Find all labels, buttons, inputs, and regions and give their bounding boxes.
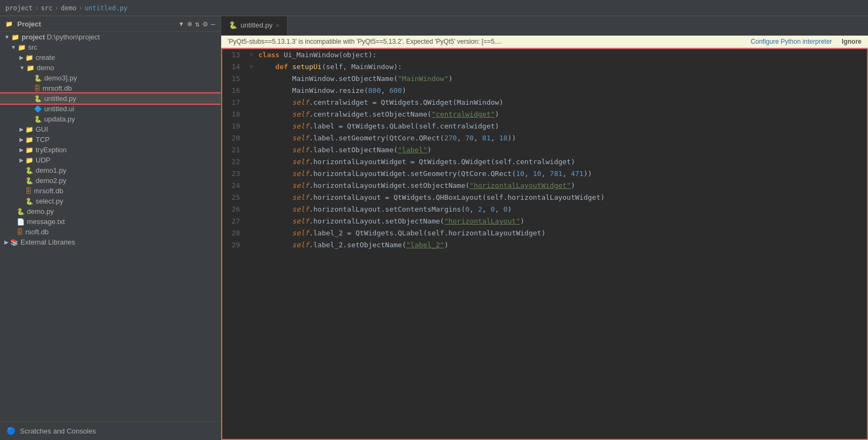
sidebar: 📁 Project ▼ ⊕ ⇅ ⚙ — ▼ 📁 project D:\pytho… [0,16,221,440]
tree-item-gui[interactable]: ▶ 📁 GUI [0,124,221,134]
code-line: 26 self.horizontalLayout.setContentsMarg… [222,204,867,215]
tree-item-tryexption[interactable]: ▶ 📁 tryExption [0,145,221,155]
tree-item-mrsoft2db[interactable]: ▶ 🗄 mrsoft.db [0,186,221,196]
code-content: self.label = QtWidgets.QLabel(self.centr… [256,120,867,132]
tree-item-messagetxt[interactable]: ▶ 📄 message.txt [0,216,221,227]
code-line: 14▽ def setupUi(self, MainWindow): [222,61,867,73]
line-number: 16 [222,85,247,97]
tree-label-mrsoft2db: mrsoft.db [34,187,63,195]
settings-icon[interactable]: ⚙ [203,19,207,28]
code-content: MainWindow.resize(800, 600) [256,85,867,97]
tree-label-create: create [36,53,55,62]
breadcrumb-src: src [41,4,53,12]
py-file-icon: 🐍 [25,177,33,185]
add-content-icon[interactable]: ⊕ [187,19,192,28]
code-line: 16 MainWindow.resize(800, 600) [222,85,867,97]
sidebar-header: 📁 Project ▼ ⊕ ⇅ ⚙ — [0,16,221,32]
tree-label-mrsoftdb: mrsoft.db [43,84,72,92]
tree-item-demo1py[interactable]: ▶ 🐍 demo1.py [0,165,221,175]
tree-item-tcp[interactable]: ▶ 📁 TCP [0,134,221,145]
collapse-icon[interactable]: ⇅ [195,19,200,28]
fold-marker[interactable]: ▽ [247,49,256,61]
line-number: 29 [222,239,247,251]
tree-label-updatapy: updata.py [44,115,75,123]
tree-item-demo[interactable]: ▼ 📁 demo [0,63,221,73]
code-line: 22 self.horizontalLayoutWidget = QtWidge… [222,156,867,168]
code-line: 13▽class Ui_MainWindow(object): [222,49,867,61]
tree-item-mrsoftdb[interactable]: ▶ 🗄 mrsoft.db [0,83,221,93]
tree-item-udp[interactable]: ▶ 📁 UDP [0,155,221,165]
tree-item-untitledui[interactable]: ▶ 🔷 untitled.ui [0,104,221,114]
sidebar-title: Project [17,20,175,28]
folder-icon: 📁 [25,157,33,164]
tree-item-demo2py[interactable]: ▶ 🐍 demo2.py [0,175,221,186]
tree-item-demo3py[interactable]: ▶ 🐍 demo3].py [0,73,221,83]
code-content: self.horizontalLayoutWidget = QtWidgets.… [256,156,867,168]
main-layout: 📁 Project ▼ ⊕ ⇅ ⚙ — ▼ 📁 project D:\pytho… [0,16,868,440]
code-editor[interactable]: 13▽class Ui_MainWindow(object):14▽ def s… [221,48,868,440]
configure-link[interactable]: Configure Python interpreter [751,38,832,45]
breadcrumb-project: project [5,4,33,12]
scratches-icon: 🔵 [6,427,16,435]
chevron-icon: ▼ [11,44,16,50]
tree-label-untitledui: untitled.ui [44,105,74,113]
tree-label-tryexption: tryExption [36,146,67,154]
tree-item-extlibs[interactable]: ▶ 📚 External Libraries [0,237,221,247]
fold-marker[interactable]: ▽ [247,61,256,73]
minimize-icon[interactable]: — [211,19,215,28]
breadcrumb-sep1: › [35,4,39,12]
tab-close-button[interactable]: × [276,22,279,29]
tree-item-project[interactable]: ▼ 📁 project D:\python\project [0,32,221,42]
scratches-bar[interactable]: 🔵 Scratches and Consoles [0,421,221,440]
tree-label-demo2py: demo2.py [36,177,66,185]
sidebar-dropdown-arrow[interactable]: ▼ [180,21,183,28]
tree-item-create[interactable]: ▶ 📁 create [0,52,221,63]
chevron-icon: ▶ [19,126,24,132]
tree-label-src: src [28,43,37,51]
code-content: self.label.setObjectName("label") [256,144,867,156]
db-file-icon: 🗄 [34,85,40,92]
breadcrumb-file: untitled.py [85,4,127,12]
tree-item-src[interactable]: ▼ 📁 src [0,42,221,52]
ui-file-icon: 🔷 [34,105,42,113]
breadcrumb-sep3: › [79,4,83,12]
editor-area: 🐍 untitled.py × 'PyQt5-stubs==5.13.1.3' … [221,16,868,440]
py-file-icon: 🐍 [17,208,25,215]
sidebar-icons: ⊕ ⇅ ⚙ — [187,19,215,28]
tab-file-icon: 🐍 [229,21,237,29]
tree-label-selectpy: select.py [36,197,63,205]
breadcrumb-sep2: › [55,4,59,12]
code-content: MainWindow.setObjectName("MainWindow") [256,73,867,85]
line-number: 25 [222,192,247,204]
code-content: self.horizontalLayout.setObjectName("hor… [256,215,867,227]
tree-item-untitledpy[interactable]: ▶ 🐍 untitled.py [0,93,221,104]
tree-item-updatapy[interactable]: ▶ 🐍 updata.py [0,114,221,124]
line-number: 18 [222,109,247,120]
line-number: 17 [222,97,247,109]
ignore-button[interactable]: Ignore [842,38,862,45]
line-number: 20 [222,132,247,144]
line-number: 27 [222,215,247,227]
tree-label-project: project D:\python\project [22,33,100,41]
db-file-icon: 🗄 [17,228,23,236]
tree-item-rsoftdb[interactable]: ▶ 🗄 rsoft.db [0,227,221,237]
code-line: 27 self.horizontalLayout.setObjectName("… [222,215,867,227]
code-line: 28 self.label_2 = QtWidgets.QLabel(self.… [222,227,867,239]
line-number: 14 [222,61,247,73]
tree-label-tcp: TCP [36,136,50,144]
tab-filename: untitled.py [241,21,272,29]
sidebar-folder-icon: 📁 [5,21,13,28]
code-content: self.label.setGeometry(QtCore.QRect(270,… [256,132,867,144]
code-line: 23 self.horizontalLayoutWidget.setGeomet… [222,168,867,180]
tree-item-demopy[interactable]: ▶ 🐍 demo.py [0,206,221,216]
code-line: 24 self.horizontalLayoutWidget.setObject… [222,180,867,192]
code-content: class Ui_MainWindow(object): [256,49,867,61]
tab-untitledpy[interactable]: 🐍 untitled.py × [221,16,288,35]
txt-file-icon: 📄 [17,218,25,226]
line-number: 15 [222,73,247,85]
breadcrumb-demo: demo [61,4,77,12]
code-content: self.label_2.setObjectName("label_2") [256,239,867,251]
code-content: self.horizontalLayout = QtWidgets.QHBoxL… [256,192,867,204]
tree-label-untitledpy: untitled.py [44,94,76,103]
tree-item-selectpy[interactable]: ▶ 🐍 select.py [0,196,221,206]
